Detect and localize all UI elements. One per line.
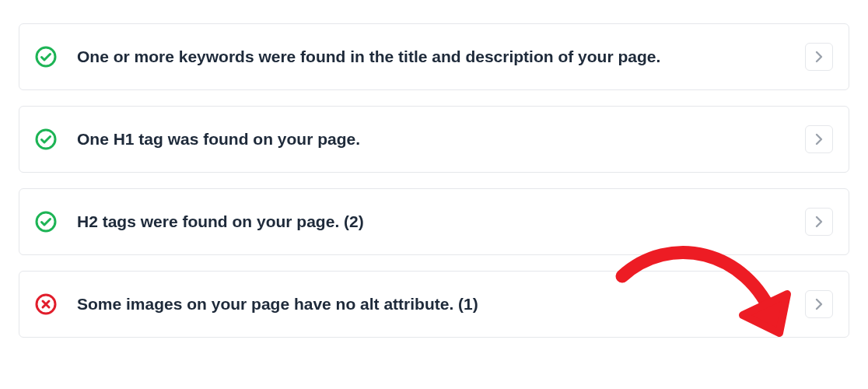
- expand-button[interactable]: [805, 208, 833, 236]
- check-row: H2 tags were found on your page. (2): [19, 188, 849, 255]
- check-row: One or more keywords were found in the t…: [19, 23, 849, 90]
- expand-button[interactable]: [805, 290, 833, 318]
- chevron-right-icon: [815, 51, 823, 63]
- check-text: Some images on your page have no alt att…: [77, 293, 805, 315]
- expand-button[interactable]: [805, 43, 833, 71]
- check-row: One H1 tag was found on your page.: [19, 106, 849, 173]
- check-text: One H1 tag was found on your page.: [77, 128, 805, 150]
- seo-check-list: One or more keywords were found in the t…: [19, 23, 849, 338]
- x-circle-icon: [35, 293, 57, 315]
- check-text: H2 tags were found on your page. (2): [77, 211, 805, 233]
- check-circle-icon: [35, 128, 57, 150]
- expand-button[interactable]: [805, 125, 833, 153]
- chevron-right-icon: [815, 216, 823, 228]
- check-circle-icon: [35, 211, 57, 233]
- check-text: One or more keywords were found in the t…: [77, 46, 805, 68]
- chevron-right-icon: [815, 298, 823, 310]
- check-row: Some images on your page have no alt att…: [19, 271, 849, 338]
- check-circle-icon: [35, 46, 57, 68]
- chevron-right-icon: [815, 133, 823, 145]
